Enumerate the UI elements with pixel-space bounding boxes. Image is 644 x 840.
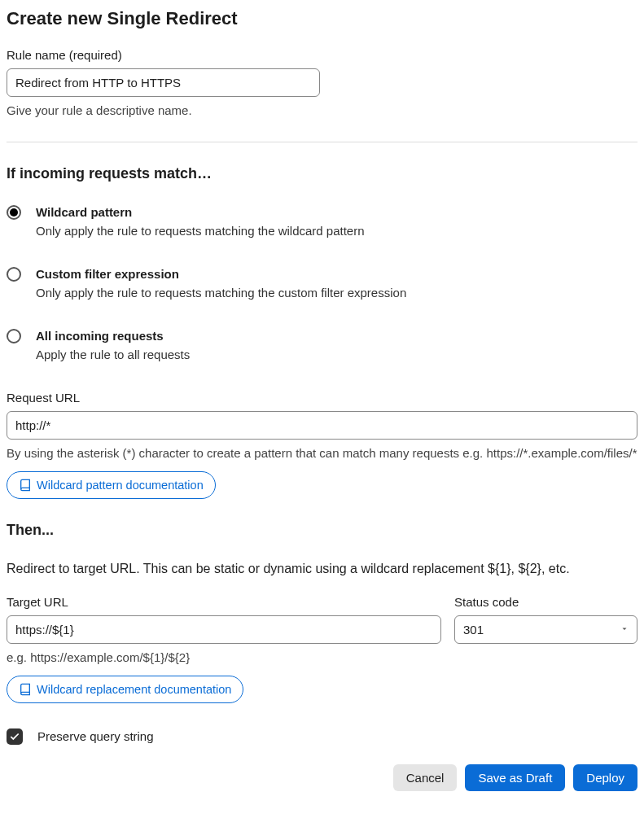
radio-icon	[7, 205, 21, 220]
deploy-button[interactable]: Deploy	[573, 764, 637, 791]
radio-title: Wildcard pattern	[36, 203, 365, 221]
radio-icon	[7, 267, 21, 282]
doc-link-label: Wildcard pattern documentation	[37, 477, 204, 493]
radio-title: All incoming requests	[36, 327, 190, 344]
rule-name-label: Rule name (required)	[7, 46, 637, 63]
radio-desc: Only apply the rule to requests matching…	[36, 222, 365, 239]
rule-name-helper: Give your rule a descriptive name.	[7, 102, 637, 119]
wildcard-pattern-doc-link[interactable]: Wildcard pattern documentation	[7, 471, 216, 499]
request-url-input[interactable]	[7, 411, 637, 440]
radio-icon	[7, 329, 21, 343]
status-code-label: Status code	[454, 593, 637, 610]
target-url-helper: e.g. https://example.com/${1}/${2}	[7, 649, 637, 666]
page-title: Create new Single Redirect	[7, 7, 637, 32]
target-url-input[interactable]	[7, 615, 441, 644]
book-icon	[19, 479, 32, 492]
preserve-query-string-checkbox[interactable]: Preserve query string	[7, 728, 637, 745]
divider	[7, 142, 637, 142]
save-draft-button[interactable]: Save as Draft	[465, 764, 565, 791]
radio-title: Custom filter expression	[36, 265, 406, 282]
radio-custom-filter[interactable]: Custom filter expression Only apply the …	[7, 265, 637, 301]
doc-link-label: Wildcard replacement documentation	[37, 681, 231, 698]
then-heading: Then...	[7, 520, 637, 540]
request-url-helper: By using the asterisk (*) character to c…	[7, 444, 637, 462]
target-url-label: Target URL	[7, 593, 441, 610]
wildcard-replacement-doc-link[interactable]: Wildcard replacement documentation	[7, 676, 243, 703]
radio-wildcard-pattern[interactable]: Wildcard pattern Only apply the rule to …	[7, 203, 637, 239]
radio-desc: Apply the rule to all requests	[36, 346, 190, 363]
match-heading: If incoming requests match…	[7, 164, 637, 184]
cancel-button[interactable]: Cancel	[393, 764, 458, 791]
request-url-label: Request URL	[7, 389, 637, 406]
radio-all-requests[interactable]: All incoming requests Apply the rule to …	[7, 327, 637, 363]
radio-desc: Only apply the rule to requests matching…	[36, 284, 406, 301]
rule-name-input[interactable]	[7, 68, 320, 97]
action-bar: Cancel Save as Draft Deploy	[7, 764, 637, 791]
status-code-select[interactable]	[454, 615, 637, 644]
book-icon	[19, 683, 32, 696]
preserve-qs-label: Preserve query string	[37, 728, 154, 745]
then-description: Redirect to target URL. This can be stat…	[7, 560, 637, 578]
checkbox-checked-icon	[7, 728, 23, 745]
